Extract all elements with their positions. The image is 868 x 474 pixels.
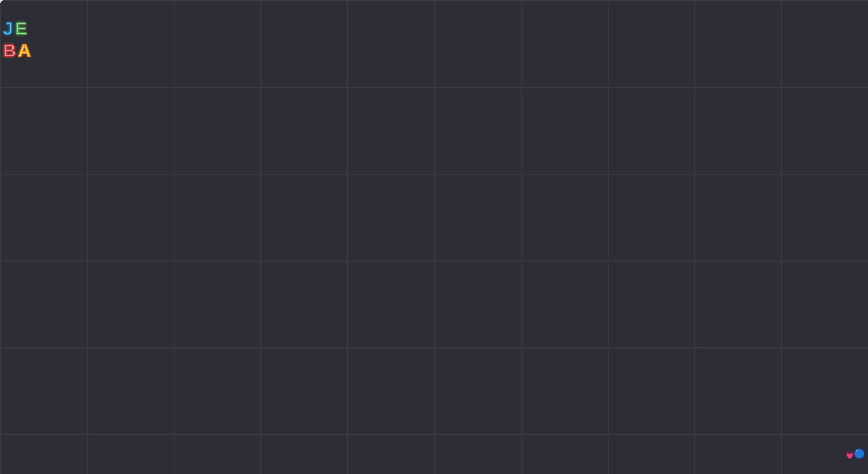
card-jellybattle-image: J E B A 🔵 💗 (373, 115, 433, 203)
cards-wrapper: Exeggutor 🌴 HP ATK Pokédex Entry Legend … (0, 115, 868, 293)
svg-rect-1 (373, 115, 433, 203)
card-jellybattle[interactable]: J E B A 🔵 💗 Jelly Battle ReactJS WebGL (373, 115, 433, 253)
cards-row: Exeggutor 🌴 HP ATK Pokédex Entry Legend … (0, 115, 868, 275)
